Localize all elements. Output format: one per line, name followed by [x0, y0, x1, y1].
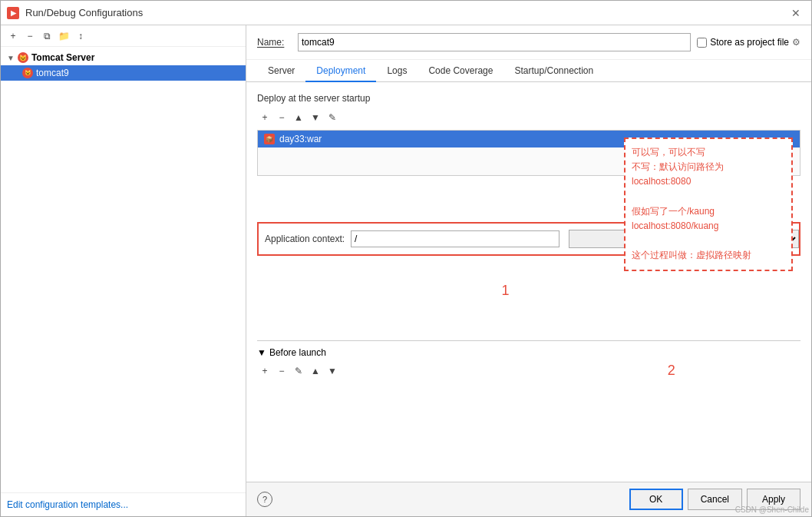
help-button[interactable]: ?	[257, 492, 272, 507]
number-marker-1: 1	[502, 283, 510, 299]
deploy-remove-button[interactable]: −	[274, 110, 289, 125]
remove-config-button[interactable]: −	[22, 28, 38, 44]
run-debug-dialog: ▶ Run/Debug Configurations ✕ + − ⧉ 📁 ↕ ▼…	[0, 0, 812, 517]
before-launch-toolbar: + − ✎ ▲ ▼ 2	[257, 363, 800, 379]
watermark: CSDN @Shen-Childe	[735, 505, 809, 514]
config-tree: ▼ 🐱 Tomcat Server 🐱 tomcat9	[1, 47, 246, 84]
before-launch-down-button[interactable]: ▼	[325, 363, 340, 379]
annotation-line5: 假如写了一个/kaung	[632, 204, 785, 219]
name-label-text: Name:	[257, 37, 284, 48]
tomcat-group-header[interactable]: ▼ 🐱 Tomcat Server	[1, 50, 246, 65]
annotation-box: 可以写，可以不写 不写：默认访问路径为 localhost:8080 假如写了一…	[624, 138, 793, 271]
tomcat-group: ▼ 🐱 Tomcat Server 🐱 tomcat9	[1, 50, 246, 81]
app-context-input[interactable]	[351, 230, 559, 247]
store-checkbox-area: Store as project file ⚙	[697, 37, 800, 48]
before-launch-add-button[interactable]: +	[257, 363, 272, 379]
before-launch-chevron: ▼	[257, 347, 266, 358]
before-launch-header: ▼ Before launch	[257, 347, 800, 358]
chevron-down-icon: ▼	[7, 54, 15, 62]
tab-server[interactable]: Server	[257, 61, 305, 82]
deploy-section-label: Deploy at the server startup	[257, 93, 800, 104]
right-panel: Name: Store as project file ⚙ Server Dep…	[246, 25, 811, 516]
main-content: + − ⧉ 📁 ↕ ▼ 🐱 Tomcat Server 🐱 tomcat9	[1, 25, 811, 516]
deploy-add-button[interactable]: +	[257, 110, 272, 125]
annotation-line2: 不写：默认访问路径为	[632, 160, 785, 174]
name-input[interactable]	[298, 33, 691, 51]
sidebar-footer: Edit configuration templates...	[1, 492, 246, 516]
title-bar: ▶ Run/Debug Configurations ✕	[1, 1, 811, 25]
deploy-toolbar: + − ▲ ▼ ✎	[257, 110, 800, 125]
tomcat-group-label: Tomcat Server	[31, 52, 94, 63]
ok-button[interactable]: OK	[629, 489, 683, 510]
deploy-item-label: day33:war	[279, 134, 322, 144]
bottom-left: ?	[257, 492, 272, 507]
deploy-edit-button[interactable]: ✎	[325, 110, 340, 125]
number-marker-2: 2	[668, 363, 675, 379]
edit-config-link[interactable]: Edit configuration templates...	[7, 499, 128, 510]
close-button[interactable]: ✕	[787, 5, 805, 21]
deploy-down-button[interactable]: ▼	[308, 110, 323, 125]
annotation-line3: localhost:8080	[632, 174, 785, 189]
before-launch-edit-button[interactable]: ✎	[291, 363, 306, 379]
cancel-button[interactable]: Cancel	[688, 489, 742, 510]
sort-config-button[interactable]: ↕	[73, 28, 88, 44]
tabs-bar: Server Deployment Logs Code Coverage Sta…	[246, 60, 811, 82]
app-icon: ▶	[7, 7, 19, 19]
bottom-bar: ? OK Cancel Apply	[246, 482, 811, 516]
tab-deployment[interactable]: Deployment	[305, 61, 376, 82]
annotation-line8: 这个过程叫做：虚拟路径映射	[632, 248, 785, 263]
sidebar: + − ⧉ 📁 ↕ ▼ 🐱 Tomcat Server 🐱 tomcat9	[1, 25, 246, 516]
folder-config-button[interactable]: 📁	[56, 28, 71, 44]
deploy-up-button[interactable]: ▲	[291, 110, 306, 125]
app-context-label: Application context:	[259, 234, 345, 244]
config-area: Deploy at the server startup + − ▲ ▼ ✎ 📦…	[246, 82, 811, 482]
dialog-title: Run/Debug Configurations	[25, 7, 143, 18]
deploy-list-wrapper: 📦 day33:war 可以写，可以不写 不写：默认访问路径为 localhos…	[257, 130, 800, 330]
tomcat9-tree-item[interactable]: 🐱 tomcat9	[1, 65, 246, 81]
tomcat-item-icon: 🐱	[22, 68, 33, 78]
name-row: Name: Store as project file ⚙	[246, 25, 811, 60]
annotation-line4	[632, 190, 785, 204]
tab-logs[interactable]: Logs	[376, 61, 418, 82]
add-config-button[interactable]: +	[5, 28, 21, 44]
before-launch-remove-button[interactable]: −	[274, 363, 289, 379]
annotation-line6: localhost:8080/kuang	[632, 219, 785, 234]
deploy-item-icon: 📦	[264, 134, 275, 144]
before-launch-label: Before launch	[269, 347, 326, 358]
tab-code-coverage[interactable]: Code Coverage	[418, 61, 503, 82]
before-launch-up-button[interactable]: ▲	[308, 363, 323, 379]
copy-config-button[interactable]: ⧉	[39, 28, 54, 44]
tomcat9-label: tomcat9	[36, 68, 69, 78]
annotation-line1: 可以写，可以不写	[632, 145, 785, 160]
gear-icon[interactable]: ⚙	[792, 37, 800, 48]
store-as-project-checkbox[interactable]	[697, 38, 707, 48]
sidebar-toolbar: + − ⧉ 📁 ↕	[1, 25, 246, 47]
store-label: Store as project file	[710, 37, 789, 48]
tomcat-group-icon: 🐱	[18, 52, 28, 63]
title-bar-left: ▶ Run/Debug Configurations	[7, 7, 143, 19]
tab-startup-connection[interactable]: Startup/Connection	[503, 61, 604, 82]
before-launch-section: ▼ Before launch + − ✎ ▲ ▼ 2	[257, 340, 800, 379]
annotation-line7	[632, 234, 785, 248]
name-label: Name:	[257, 37, 292, 48]
